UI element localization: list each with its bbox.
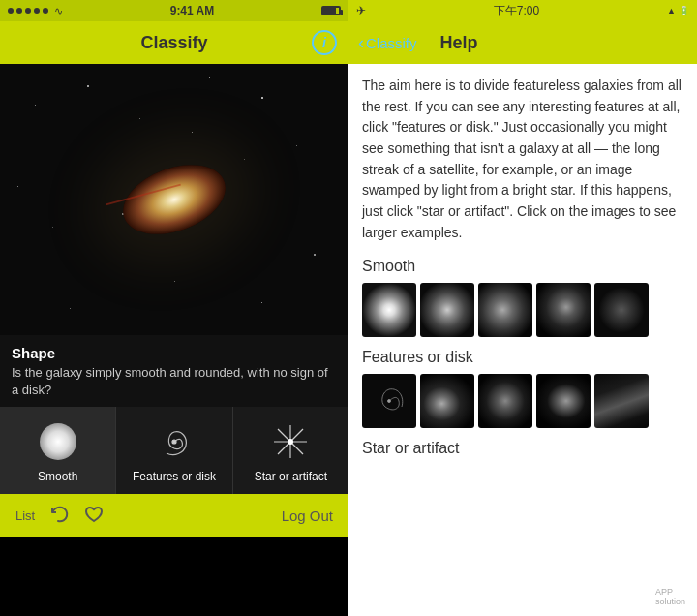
star-artifact-label: Star or artifact [255, 470, 327, 483]
right-time: 下午7:00 [494, 3, 539, 19]
star-artifact-option[interactable]: Star or artifact [233, 407, 348, 494]
smooth-thumb-3[interactable] [478, 283, 532, 337]
signal-dots: ∿ [8, 5, 63, 17]
smooth-thumb-2[interactable] [420, 283, 474, 337]
star-artifact-section-label: Star or artifact [362, 440, 683, 457]
signal-dot-1 [8, 8, 14, 14]
right-battery-indicator: 🔋 [679, 6, 689, 15]
smooth-thumb-5[interactable] [594, 283, 649, 337]
classify-options: Smooth Features or disk [0, 407, 348, 494]
smooth-section-label: Smooth [362, 258, 683, 275]
undo-button[interactable] [48, 505, 70, 526]
airplane-icon: ✈ [356, 4, 366, 17]
help-content: The aim here is to divide featureless ga… [348, 64, 697, 616]
star-artifact-icon [272, 423, 309, 460]
battery-area [321, 6, 341, 15]
features-section-label: Features or disk [362, 349, 683, 366]
shape-title: Shape [12, 345, 337, 361]
svg-point-6 [388, 399, 391, 402]
bottom-left-actions: List [15, 505, 105, 526]
chevron-left-icon: ‹ [358, 33, 364, 53]
svg-point-5 [288, 439, 293, 445]
undo-icon [48, 505, 70, 526]
signal-dot-4 [34, 8, 40, 14]
features-thumb-2[interactable] [420, 374, 474, 428]
features-thumb-5[interactable] [594, 374, 649, 428]
spiral-icon [153, 420, 196, 463]
signal-dot-3 [25, 8, 31, 14]
smooth-section: Smooth [362, 258, 683, 337]
signal-dot-5 [43, 8, 48, 14]
back-button[interactable]: ‹ Classify [358, 33, 417, 53]
features-thumb-1[interactable] [362, 374, 416, 428]
info-icon: i [322, 35, 326, 50]
info-button[interactable]: i [312, 30, 337, 55]
features-thumb-4[interactable] [536, 374, 591, 428]
app-solution-badge: APPsolution [650, 585, 691, 608]
smooth-circle-icon [40, 423, 76, 460]
features-thumbnails [362, 374, 683, 428]
star-icon-container [266, 417, 315, 466]
features-section: Features or disk [362, 349, 683, 428]
signal-dot-2 [16, 8, 22, 14]
right-nav-bar: ‹ Classify Help [348, 21, 697, 64]
smooth-thumbnails [362, 283, 683, 337]
list-button[interactable]: List [15, 508, 35, 523]
smooth-label: Smooth [38, 470, 77, 483]
logout-button[interactable]: Log Out [282, 508, 333, 524]
left-status-bar: ∿ 9:41 AM [0, 0, 348, 21]
smooth-thumb-4[interactable] [536, 283, 591, 337]
smooth-option[interactable]: Smooth [0, 407, 116, 494]
smooth-thumb-1[interactable] [362, 283, 416, 337]
features-thumb-3[interactable] [478, 374, 532, 428]
right-status-bar: ✈ 下午7:00 ▲ 🔋 [348, 0, 697, 21]
right-signal-battery: ▲ 🔋 [667, 6, 689, 15]
left-nav-bar: Classify i [0, 21, 348, 64]
back-label: Classify [366, 35, 417, 51]
heart-icon [83, 505, 105, 526]
smooth-icon-container [34, 417, 82, 466]
battery-fill [323, 8, 336, 14]
galaxy-image [0, 64, 348, 335]
bottom-toolbar: List Log Out [0, 494, 348, 537]
left-title: Classify [140, 33, 207, 53]
help-paragraph: The aim here is to divide featureless ga… [362, 76, 683, 244]
wifi-icon: ∿ [54, 5, 63, 17]
battery-icon [321, 6, 341, 15]
right-page-title: Help [440, 33, 478, 53]
features-label: Features or disk [133, 470, 216, 483]
shape-section: Shape Is the galaxy simply smooth and ro… [0, 335, 348, 407]
features-disk-option[interactable]: Features or disk [116, 407, 232, 494]
star-artifact-section: Star or artifact [362, 440, 683, 457]
svg-point-0 [172, 440, 176, 444]
left-panel: ∿ 9:41 AM Classify i [0, 0, 348, 616]
features-icon-container [150, 417, 198, 466]
favorite-button[interactable] [83, 505, 105, 526]
shape-description: Is the galaxy simply smooth and rounded,… [12, 364, 337, 399]
signal-icon: ▲ [667, 6, 676, 15]
left-time: 9:41 AM [170, 4, 215, 17]
right-panel: ✈ 下午7:00 ▲ 🔋 ‹ Classify Help The aim her… [348, 0, 697, 616]
